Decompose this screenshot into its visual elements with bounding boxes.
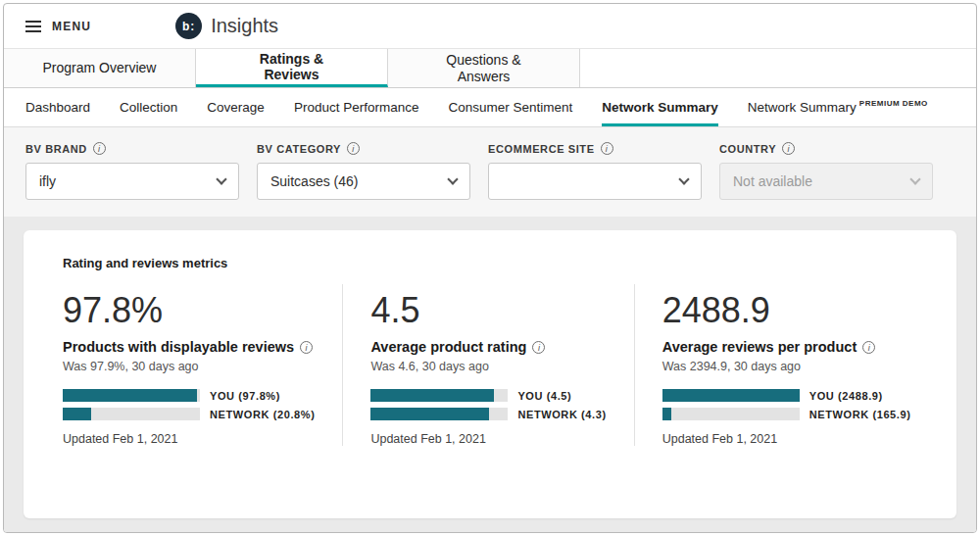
metric-value: 4.5 (370, 290, 606, 331)
filter-label-text: BV CATEGORY (257, 143, 341, 155)
network-bar-fill (662, 408, 671, 420)
info-icon[interactable] (93, 142, 106, 155)
subnav-item-collection[interactable]: Collection (120, 88, 177, 126)
filter-label: ECOMMERCE SITE (488, 142, 702, 155)
filter-bar: BV BRAND ifly BV CATEGORY Suitcases (46)… (4, 127, 976, 217)
select-value: Suitcases (46) (270, 173, 358, 189)
tab-questions-answers[interactable]: Questions & Answers (388, 49, 580, 87)
info-icon[interactable] (862, 341, 875, 354)
metric-value: 97.8% (63, 290, 315, 331)
filter-label-text: ECOMMERCE SITE (488, 143, 595, 155)
metric-label-text: Average product rating (370, 339, 526, 355)
subnav-item-consumer-sentiment[interactable]: Consumer Sentiment (448, 88, 572, 126)
you-bar (662, 389, 800, 402)
tab-label: Questions & Answers (435, 52, 533, 83)
filter-label: BV BRAND (25, 142, 239, 155)
network-bar-fill (63, 408, 91, 420)
network-bar (63, 408, 200, 420)
content-area: Rating and reviews metrics 97.8% Product… (4, 217, 976, 532)
you-bar-label: YOU (2488.9) (809, 390, 883, 402)
metric-label-text: Average reviews per product (662, 339, 858, 355)
you-bar-row: YOU (4.5) (370, 389, 606, 402)
tab-ratings-reviews[interactable]: Ratings & Reviews (196, 49, 388, 87)
network-bar-row: NETWORK (20.8%) (63, 408, 315, 420)
app-title: Insights (211, 15, 278, 37)
filter-bv-category: BV CATEGORY Suitcases (46) (257, 142, 470, 200)
network-bar-row: NETWORK (165.9) (662, 408, 911, 420)
filter-label-text: COUNTRY (719, 143, 776, 155)
metric-previous: Was 97.9%, 30 days ago (63, 360, 315, 373)
select-value: ifly (39, 173, 56, 189)
country-select: Not available (719, 163, 933, 200)
metrics-row: 97.8% Products with displayable reviews … (63, 284, 917, 446)
info-icon[interactable] (300, 341, 313, 354)
network-bar-label: NETWORK (20.8%) (210, 409, 315, 420)
subnav-item-coverage[interactable]: Coverage (207, 88, 265, 126)
select-value: Not available (733, 173, 812, 189)
premium-demo-badge: PREMIUM DEMO (859, 99, 928, 108)
you-bar (63, 389, 200, 402)
metric-label: Average product rating (370, 339, 606, 355)
subnav-label: Product Performance (294, 100, 419, 115)
you-bar-fill (63, 389, 197, 402)
filter-bv-brand: BV BRAND ifly (25, 142, 239, 200)
info-icon[interactable] (601, 142, 613, 155)
chevron-down-icon (678, 173, 689, 184)
subnav-label: Coverage (207, 100, 265, 115)
metric-label: Products with displayable reviews (63, 339, 315, 355)
menu-button[interactable]: MENU (25, 20, 91, 33)
updated-timestamp: Updated Feb 1, 2021 (63, 432, 315, 446)
metric-reviews-per-product: 2488.9 Average reviews per product Was 2… (634, 284, 939, 446)
you-bar-fill (370, 389, 494, 402)
tab-label: Program Overview (43, 60, 157, 75)
chevron-down-icon (447, 173, 458, 184)
insights-app-window: MENU b: Insights Program Overview Rating… (3, 3, 977, 533)
you-bar-label: YOU (4.5) (517, 390, 571, 402)
network-bar (370, 408, 508, 420)
you-bar-row: YOU (97.8%) (63, 389, 315, 402)
brand: b: Insights (175, 13, 278, 39)
network-bar-fill (370, 408, 488, 420)
subnav-label: Network Summary (748, 100, 857, 115)
card-title: Rating and reviews metrics (63, 256, 917, 270)
tab-bar-spacer (580, 49, 976, 87)
top-bar: MENU b: Insights (4, 4, 976, 49)
metric-previous: Was 4.6, 30 days ago (370, 360, 606, 373)
bazaarvoice-logo-icon: b: (175, 13, 202, 39)
network-bar (662, 408, 800, 420)
sub-nav: Dashboard Collection Coverage Product Pe… (4, 88, 976, 127)
bv-category-select[interactable]: Suitcases (46) (257, 163, 470, 200)
metric-previous: Was 2394.9, 30 days ago (662, 360, 911, 373)
hamburger-icon (25, 21, 41, 32)
metric-label: Average reviews per product (662, 339, 911, 355)
metric-displayable-reviews: 97.8% Products with displayable reviews … (63, 284, 342, 446)
logo-text: b: (182, 20, 195, 33)
metric-value: 2488.9 (662, 290, 911, 331)
tab-program-overview[interactable]: Program Overview (4, 49, 196, 87)
updated-timestamp: Updated Feb 1, 2021 (370, 432, 606, 446)
you-bar-label: YOU (97.8%) (210, 390, 280, 402)
filter-label: BV CATEGORY (257, 142, 470, 155)
subnav-label: Dashboard (25, 100, 90, 115)
chevron-down-icon (216, 173, 226, 184)
filter-country: COUNTRY Not available (719, 142, 933, 200)
metric-label-text: Products with displayable reviews (63, 339, 294, 355)
bv-brand-select[interactable]: ifly (25, 163, 239, 200)
filter-label-text: BV BRAND (25, 143, 87, 155)
subnav-label: Network Summary (602, 100, 718, 115)
subnav-item-network-summary[interactable]: Network Summary (602, 88, 718, 126)
info-icon[interactable] (347, 142, 360, 155)
subnav-item-dashboard[interactable]: Dashboard (25, 88, 90, 126)
main-tab-bar: Program Overview Ratings & Reviews Quest… (4, 49, 976, 88)
filter-ecommerce-site: ECOMMERCE SITE (488, 142, 702, 200)
info-icon[interactable] (532, 341, 545, 354)
ecommerce-site-select[interactable] (488, 163, 702, 200)
subnav-item-product-performance[interactable]: Product Performance (294, 88, 419, 126)
filter-label: COUNTRY (719, 142, 933, 155)
network-bar-row: NETWORK (4.3) (370, 408, 606, 420)
info-icon[interactable] (782, 142, 795, 155)
subnav-label: Collection (120, 100, 177, 115)
subnav-item-network-summary-premium[interactable]: Network Summary PREMIUM DEMO (748, 88, 928, 126)
network-bar-label: NETWORK (165.9) (809, 409, 911, 420)
you-bar-row: YOU (2488.9) (662, 389, 911, 402)
